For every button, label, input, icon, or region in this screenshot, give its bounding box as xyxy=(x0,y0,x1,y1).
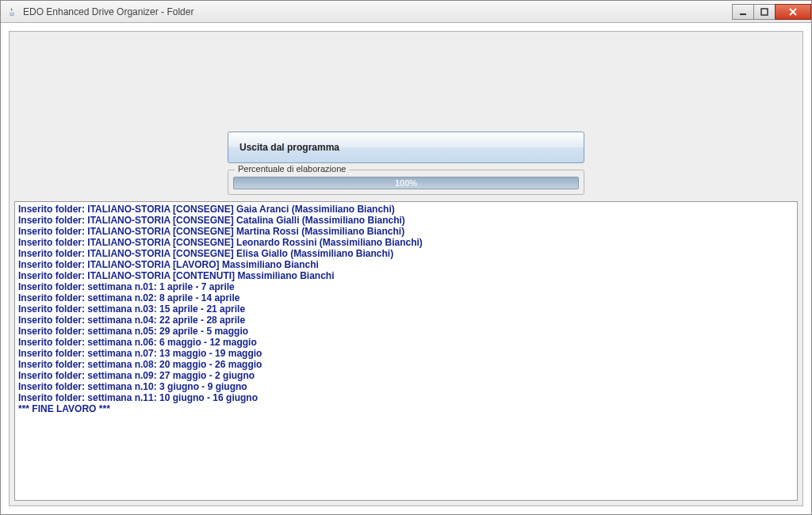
log-line: Inserito folder: settimana n.11: 10 giug… xyxy=(18,392,794,403)
client-area: Uscita dal programma Percentuale di elab… xyxy=(1,23,811,514)
log-line: Inserito folder: settimana n.07: 13 magg… xyxy=(18,348,794,359)
progress-group: Percentuale di elaborazione 100% xyxy=(228,170,584,195)
log-line: Inserito folder: ITALIANO-STORIA [LAVORO… xyxy=(18,259,794,270)
log-line: Inserito folder: ITALIANO-STORIA [CONSEG… xyxy=(18,215,794,226)
log-line: Inserito folder: ITALIANO-STORIA [CONSEG… xyxy=(18,248,794,259)
log-line: Inserito folder: ITALIANO-STORIA [CONSEG… xyxy=(18,237,794,248)
exit-program-button[interactable]: Uscita dal programma xyxy=(228,132,584,163)
panel-frame: Uscita dal programma Percentuale di elab… xyxy=(9,31,803,506)
log-panel: Inserito folder: ITALIANO-STORIA [CONSEG… xyxy=(14,201,798,501)
log-output[interactable]: Inserito folder: ITALIANO-STORIA [CONSEG… xyxy=(15,202,797,500)
top-area: Uscita dal programma Percentuale di elab… xyxy=(14,36,798,195)
maximize-button[interactable] xyxy=(753,4,776,20)
log-line: Inserito folder: settimana n.09: 27 magg… xyxy=(18,370,794,381)
log-line: Inserito folder: settimana n.04: 22 apri… xyxy=(18,315,794,326)
titlebar[interactable]: EDO Enhanced Drive Organizer - Folder xyxy=(1,1,811,23)
log-line: Inserito folder: settimana n.05: 29 apri… xyxy=(18,326,794,337)
log-line: *** FINE LAVORO *** xyxy=(18,403,794,414)
log-line: Inserito folder: ITALIANO-STORIA [CONSEG… xyxy=(18,226,794,237)
log-line: Inserito folder: ITALIANO-STORIA [CONTEN… xyxy=(18,270,794,281)
log-line: Inserito folder: settimana n.06: 6 maggi… xyxy=(18,337,794,348)
log-line: Inserito folder: settimana n.03: 15 apri… xyxy=(18,303,794,315)
window-controls xyxy=(733,4,811,20)
log-line: Inserito folder: settimana n.01: 1 april… xyxy=(18,281,794,292)
java-app-icon xyxy=(6,6,18,18)
svg-rect-0 xyxy=(740,13,746,15)
minimize-button[interactable] xyxy=(732,4,754,20)
progress-value: 100% xyxy=(234,177,578,189)
window-title: EDO Enhanced Drive Organizer - Folder xyxy=(23,6,193,17)
log-line: Inserito folder: settimana n.10: 3 giugn… xyxy=(18,381,794,392)
close-button[interactable] xyxy=(775,4,811,20)
log-line: Inserito folder: settimana n.08: 20 magg… xyxy=(18,359,794,370)
log-line: Inserito folder: settimana n.02: 8 april… xyxy=(18,292,794,303)
app-window: EDO Enhanced Drive Organizer - Folder Us… xyxy=(0,0,812,515)
svg-rect-1 xyxy=(761,9,768,15)
progress-bar: 100% xyxy=(233,177,579,189)
log-line: Inserito folder: ITALIANO-STORIA [CONSEG… xyxy=(18,204,794,215)
progress-legend: Percentuale di elaborazione xyxy=(235,164,349,174)
